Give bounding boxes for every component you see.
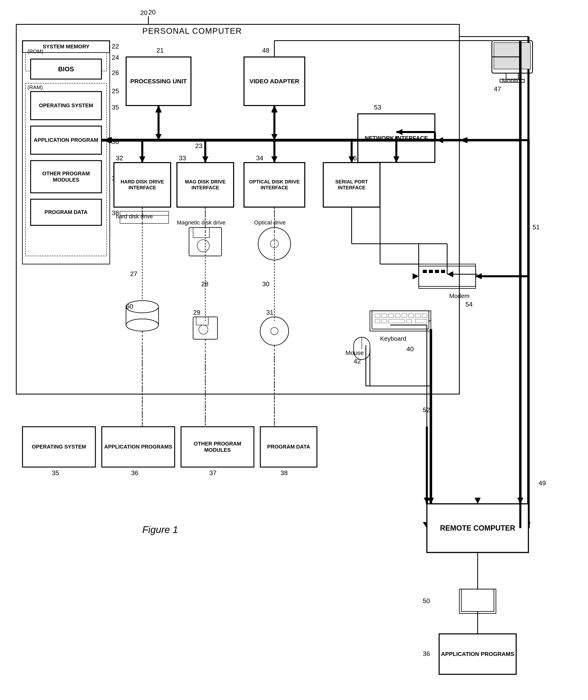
svg-marker-34 (104, 137, 110, 143)
rom-label: (ROM) (27, 48, 43, 55)
hard-disk-drive-interface-box: HARD DISK DRIVE INTERFACE (114, 163, 171, 207)
processing-unit-box: PROCESSING UNIT (126, 57, 191, 106)
svg-marker-21 (271, 134, 277, 140)
other-program-modules-bottom-box: OTHER PROGRAM MODULES (181, 427, 254, 467)
number-60: 60 (126, 303, 133, 310)
svg-marker-96 (271, 134, 277, 140)
svg-marker-159 (517, 498, 523, 504)
number-25: 25 (112, 87, 119, 95)
program-data-bottom-box: PROGRAM DATA (260, 427, 317, 467)
number-36-bot2: 36 (423, 650, 430, 658)
svg-point-118 (270, 240, 278, 248)
svg-marker-26 (139, 156, 145, 163)
number-34: 34 (256, 154, 263, 162)
serial-port-interface-box: SERIAL PORT INTERFACE (323, 163, 380, 207)
svg-rect-134 (395, 314, 400, 317)
number-47: 47 (494, 85, 501, 93)
svg-marker-77 (424, 498, 430, 504)
number-51: 51 (533, 223, 540, 231)
number-22: 22 (112, 43, 119, 50)
application-programs-bottom2-box: APPLICATION PROGRAMS (439, 634, 516, 674)
svg-rect-132 (382, 314, 387, 317)
number-37-bot: 37 (209, 469, 217, 477)
other-program-modules-box: OTHER PROGRAM MODULES (30, 160, 102, 193)
svg-marker-18 (155, 134, 161, 140)
magnetic-disk-drive-label: Magnetic disk drive (177, 219, 225, 226)
svg-rect-138 (422, 314, 427, 317)
number-31: 31 (266, 309, 273, 316)
monitor-label: Monitor (502, 77, 522, 84)
svg-point-127 (271, 327, 278, 335)
number-35-top: 35 (112, 104, 119, 111)
svg-rect-114 (189, 228, 221, 256)
svg-marker-158 (475, 498, 481, 504)
svg-rect-148 (441, 270, 445, 273)
num-20-top: 20 (148, 9, 156, 16)
svg-marker-28 (202, 156, 208, 163)
svg-marker-80 (413, 273, 419, 279)
svg-rect-137 (415, 314, 420, 317)
optical-drive-label: Optical drive (254, 219, 286, 226)
number-40: 40 (407, 345, 414, 353)
keyboard-label: Keyboard (380, 335, 406, 342)
svg-point-117 (258, 228, 290, 260)
figure-label: Figure 1 (142, 524, 178, 535)
svg-marker-157 (437, 137, 443, 143)
svg-rect-72 (419, 264, 476, 288)
application-program-box: APPLICATION PROGRAM (30, 126, 102, 154)
svg-rect-69 (459, 589, 496, 613)
svg-marker-57 (459, 137, 468, 143)
number-24: 24 (112, 54, 119, 61)
svg-rect-116 (197, 240, 209, 252)
network-interface-box: NETWORK INTERFACE (358, 114, 435, 163)
svg-rect-140 (382, 319, 387, 323)
number-30: 30 (262, 280, 269, 288)
personal-computer-title: PERSONAL COMPUTER (142, 26, 242, 36)
svg-rect-125 (199, 325, 208, 334)
operating-system-bottom-box: OPERATING SYSTEM (22, 427, 95, 467)
number-35-bot: 35 (52, 469, 59, 477)
svg-marker-30 (271, 156, 277, 163)
svg-point-126 (260, 317, 288, 345)
number-36-top: 36 (112, 138, 119, 146)
number-54: 54 (466, 301, 473, 308)
number-42: 42 (354, 358, 361, 365)
number-29: 29 (193, 309, 200, 316)
svg-marker-162 (428, 498, 434, 504)
number-20: 20 (140, 9, 147, 17)
svg-marker-107 (202, 156, 208, 163)
number-53: 53 (374, 104, 381, 111)
svg-rect-147 (435, 270, 439, 273)
program-data-box: PROGRAM DATA (30, 199, 102, 225)
number-28: 28 (201, 280, 208, 288)
svg-rect-131 (375, 314, 380, 317)
svg-rect-144 (419, 266, 476, 286)
svg-rect-133 (389, 314, 394, 317)
svg-rect-124 (196, 317, 208, 325)
number-50: 50 (423, 597, 430, 605)
svg-marker-93 (155, 134, 161, 140)
svg-rect-130 (372, 311, 429, 329)
mouse-label: Mouse (346, 349, 364, 356)
svg-rect-139 (375, 319, 380, 323)
application-programs-bottom-box: APPLICATION PROGRAMS (102, 427, 175, 467)
svg-rect-135 (402, 314, 407, 317)
number-26: 26 (112, 69, 119, 77)
svg-rect-146 (429, 270, 433, 273)
video-adapter-box: VIDEO ADAPTER (244, 57, 305, 106)
svg-marker-91 (104, 137, 112, 143)
optical-disk-drive-interface-box: OPTICAL DISK DRIVE INTERFACE (244, 163, 305, 207)
svg-marker-105 (139, 156, 145, 163)
number-46: 46 (350, 154, 357, 162)
svg-rect-115 (193, 228, 209, 238)
operating-system-ram-box: OPERATING SYSTEM (30, 91, 102, 120)
svg-marker-109 (271, 156, 277, 163)
number-38-bot: 38 (280, 469, 288, 477)
number-23: 23 (195, 142, 202, 150)
svg-marker-97 (271, 106, 277, 113)
svg-marker-94 (155, 106, 161, 113)
svg-rect-143 (415, 319, 427, 323)
svg-rect-82 (494, 43, 531, 69)
remote-computer-box: REMOTE COMPUTER (427, 504, 528, 553)
number-27: 27 (130, 270, 137, 278)
